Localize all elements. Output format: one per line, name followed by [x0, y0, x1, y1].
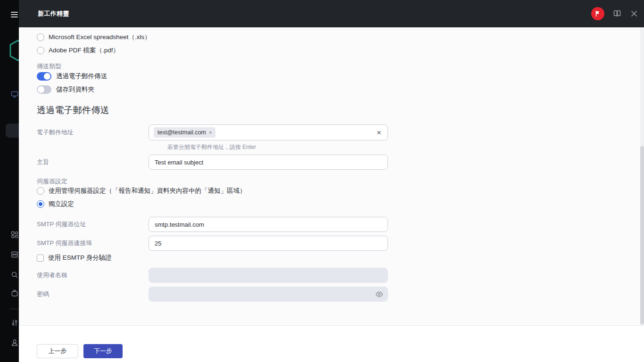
- username-label: 使用者名稱: [37, 271, 149, 280]
- subject-input[interactable]: [149, 155, 388, 170]
- username-input: [149, 268, 388, 283]
- radio-icon[interactable]: [37, 47, 44, 54]
- logo-hexagon-icon: [8, 40, 19, 63]
- wizard-content: Microsoft Excel spreadsheet（.xls） Adobe …: [19, 27, 644, 325]
- chip-remove-icon[interactable]: ×: [209, 130, 212, 135]
- email-chip[interactable]: test@testmail.com ×: [154, 127, 215, 138]
- bag-icon[interactable]: [11, 289, 18, 297]
- section-heading: 透過電子郵件傳送: [37, 104, 109, 116]
- menu-icon[interactable]: [11, 12, 18, 17]
- radio-checked-icon[interactable]: [37, 200, 44, 208]
- server-settings-label: 伺服器設定: [37, 177, 67, 186]
- sidebar-divider: [9, 309, 19, 309]
- password-row: 密碼: [37, 287, 388, 302]
- radio-option-pdf[interactable]: Adobe PDF 檔案（.pdf）: [37, 46, 119, 55]
- email-hint: 若要分開電子郵件地址，請按 Enter: [167, 143, 256, 151]
- next-button[interactable]: 下一步: [83, 344, 123, 358]
- smtp-address-row: SMTP 伺服器位址: [37, 217, 388, 232]
- wizard-dialog: 新工作精靈 Microso: [19, 0, 644, 362]
- toggle-on-icon[interactable]: [37, 72, 51, 81]
- radio-icon[interactable]: [37, 33, 44, 41]
- smtp-address-input[interactable]: [149, 217, 388, 232]
- toggle-label: 儲存到資料夾: [56, 85, 94, 94]
- wizard-title: 新工作精靈: [38, 9, 69, 18]
- flag-badge-icon[interactable]: [591, 7, 604, 20]
- radio-label: 使用管理伺服器設定（「報告和通知」資料夾內容中的「通知」區域）: [49, 187, 246, 195]
- scrollbar-track[interactable]: [640, 27, 644, 325]
- email-address-row: 電子郵件地址 test@testmail.com × ✕: [37, 124, 388, 140]
- account-icon[interactable]: [11, 339, 18, 346]
- search-icon[interactable]: [11, 271, 18, 279]
- sidebar-selected-item[interactable]: [6, 123, 19, 138]
- radio-icon[interactable]: [37, 187, 44, 195]
- radio-option-xls[interactable]: Microsoft Excel spreadsheet（.xls）: [37, 33, 151, 41]
- toggle-email-delivery[interactable]: 透過電子郵件傳送: [37, 72, 107, 81]
- sliders-icon[interactable]: [11, 319, 18, 327]
- smtp-address-label: SMTP 伺服器位址: [37, 220, 149, 229]
- devices-group-icon[interactable]: [11, 231, 18, 239]
- smtp-port-input[interactable]: [149, 236, 388, 251]
- wizard-titlebar: 新工作精靈: [19, 0, 644, 27]
- radio-option-independent[interactable]: 獨立設定: [37, 200, 74, 208]
- scrollbar-thumb[interactable]: [640, 146, 644, 324]
- monitor-icon[interactable]: [11, 90, 18, 98]
- servers-icon[interactable]: [11, 251, 18, 258]
- radio-label: 獨立設定: [49, 200, 74, 208]
- app-sidebar: [0, 0, 19, 362]
- toggle-off-icon[interactable]: [37, 85, 51, 94]
- smtp-port-row: SMTP 伺服器連接埠: [37, 236, 388, 251]
- email-address-input[interactable]: test@testmail.com × ✕: [149, 124, 388, 140]
- subject-label: 主旨: [37, 158, 149, 166]
- email-address-label: 電子郵件地址: [37, 128, 149, 137]
- close-icon[interactable]: [630, 9, 638, 18]
- radio-label: Microsoft Excel spreadsheet（.xls）: [49, 33, 151, 41]
- delivery-type-label: 傳送類型: [37, 62, 61, 71]
- wizard-footer: 上一步 下一步: [19, 325, 644, 362]
- username-row: 使用者名稱: [37, 268, 388, 283]
- password-input: [149, 287, 388, 302]
- radio-option-admin-server[interactable]: 使用管理伺服器設定（「報告和通知」資料夾內容中的「通知」區域）: [37, 187, 246, 195]
- subject-row: 主旨: [37, 155, 388, 170]
- checkbox-icon[interactable]: [37, 255, 44, 262]
- clear-field-icon[interactable]: ✕: [375, 129, 383, 136]
- back-button[interactable]: 上一步: [37, 344, 78, 358]
- email-chip-text: test@testmail.com: [157, 129, 206, 136]
- help-book-icon[interactable]: [613, 9, 621, 18]
- password-label: 密碼: [37, 290, 149, 298]
- checkbox-label: 使用 ESMTP 身分驗證: [48, 254, 112, 262]
- smtp-port-label: SMTP 伺服器連接埠: [37, 239, 149, 247]
- esmtp-checkbox-row[interactable]: 使用 ESMTP 身分驗證: [37, 254, 112, 262]
- radio-label: Adobe PDF 檔案（.pdf）: [49, 46, 119, 55]
- toggle-label: 透過電子郵件傳送: [56, 72, 107, 81]
- toggle-save-folder[interactable]: 儲存到資料夾: [37, 85, 94, 94]
- show-password-eye-icon[interactable]: [375, 290, 383, 298]
